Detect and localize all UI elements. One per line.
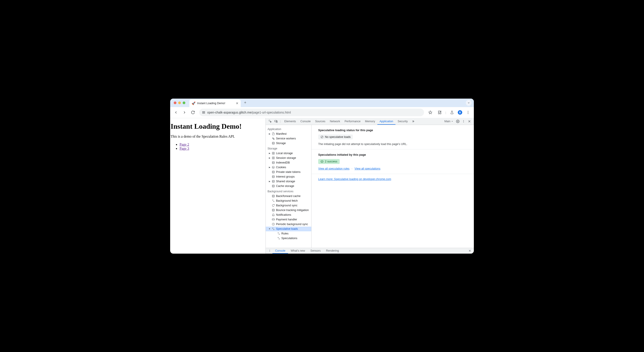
devtools-tab-memory[interactable]: Memory xyxy=(363,118,378,125)
target-selector[interactable]: Main xyxy=(443,120,455,123)
labs-button[interactable] xyxy=(448,109,456,116)
page-link[interactable]: Page 3 xyxy=(180,147,189,150)
drawer-menu-button[interactable] xyxy=(268,249,272,252)
devtools-tab-sources[interactable]: Sources xyxy=(313,118,328,125)
application-content: Speculative loading status for this page… xyxy=(312,125,474,248)
sidebar-item-label: Service workers xyxy=(276,137,296,140)
tab-search-button[interactable] xyxy=(466,100,472,106)
forward-button[interactable] xyxy=(181,109,188,116)
sidebar-item-speculations[interactable]: Speculations xyxy=(266,236,311,241)
minimize-window-button[interactable] xyxy=(178,101,181,104)
gear-icon xyxy=(272,137,275,140)
devtools-tab-application[interactable]: Application xyxy=(378,118,396,125)
status-badge: No speculative loads xyxy=(318,134,353,139)
sidebar-item-interest-groups[interactable]: Interest groups xyxy=(266,174,311,179)
device-toggle-icon[interactable] xyxy=(273,119,279,124)
address-bar[interactable]: open-chalk-asparagus.glitch.me/page1-url… xyxy=(199,109,424,116)
close-window-button[interactable] xyxy=(174,101,176,104)
site-info-icon[interactable] xyxy=(202,111,206,114)
sidebar-item-manifest[interactable]: ▶Manifest xyxy=(266,132,311,136)
profile-avatar[interactable]: B xyxy=(458,110,462,115)
devtools-tab-performance[interactable]: Performance xyxy=(342,118,363,125)
back-button[interactable] xyxy=(172,109,180,116)
sidebar-item-label: Back/forward cache xyxy=(276,195,300,198)
sidebar-item-session-storage[interactable]: ▶Session storage xyxy=(266,156,311,160)
sidebar-item-label: Local storage xyxy=(276,152,293,155)
svg-marker-11 xyxy=(452,121,453,122)
devtools-tabbar: | ElementsConsoleSourcesNetworkPerforman… xyxy=(266,118,474,125)
success-badge: 2 success xyxy=(318,159,340,164)
more-tabs-button[interactable] xyxy=(410,119,416,124)
rendered-page: Instant Loading Demo! This is a demo of … xyxy=(170,118,266,254)
sidebar-item-back-forward-cache[interactable]: Back/forward cache xyxy=(266,194,311,199)
svg-point-5 xyxy=(468,111,468,111)
page-heading: Instant Loading Demo! xyxy=(170,122,266,130)
svg-point-19 xyxy=(273,138,274,139)
svg-point-14 xyxy=(463,121,464,122)
maximize-window-button[interactable] xyxy=(183,101,185,104)
devtools: | ElementsConsoleSourcesNetworkPerforman… xyxy=(266,118,474,254)
sidebar-item-label: Session storage xyxy=(276,156,296,159)
drawer-tab-console[interactable]: Console xyxy=(272,248,288,254)
devtools-tab-security[interactable]: Security xyxy=(396,118,410,125)
svg-point-28 xyxy=(272,166,275,169)
sidebar-item-label: Background sync xyxy=(276,204,298,207)
file-icon xyxy=(272,132,275,136)
extensions-button[interactable] xyxy=(436,109,443,116)
browser-tab[interactable]: 🚀 Instant Loading Demo! ✕ xyxy=(189,99,241,107)
check-circle-icon xyxy=(320,160,324,163)
sidebar-item-shared-storage[interactable]: ▶Shared storage xyxy=(266,179,311,184)
db-icon xyxy=(272,170,275,174)
svg-rect-38 xyxy=(272,219,275,220)
sidebar-item-background-sync[interactable]: Background sync xyxy=(266,203,311,208)
sidebar-item-notifications[interactable]: Notifications xyxy=(266,213,311,217)
new-tab-button[interactable]: + xyxy=(242,100,248,106)
view-speculations-link[interactable]: View all speculations xyxy=(354,167,380,170)
url-text: open-chalk-asparagus.glitch.me/page1-url… xyxy=(207,111,291,114)
close-drawer-button[interactable] xyxy=(468,249,472,252)
sidebar-item-bounce-tracking-mitigation[interactable]: Bounce tracking mitigation xyxy=(266,208,311,213)
svg-point-35 xyxy=(272,185,274,186)
sidebar-item-periodic-background-sync[interactable]: Periodic background sync xyxy=(266,222,311,227)
inspect-icon[interactable] xyxy=(268,119,273,124)
reload-button[interactable] xyxy=(189,109,196,116)
sidebar-item-indexeddb[interactable]: IndexedDB xyxy=(266,160,311,165)
sidebar-item-cookies[interactable]: ▶Cookies xyxy=(266,165,311,170)
sidebar-item-background-fetch[interactable]: Background fetch xyxy=(266,199,311,203)
sidebar-item-storage[interactable]: Storage xyxy=(266,141,311,146)
devtools-tab-console[interactable]: Console xyxy=(298,118,313,125)
sidebar-item-service-workers[interactable]: Service workers xyxy=(266,136,311,141)
status-title: Speculative loading status for this page xyxy=(318,128,467,132)
browser-menu-button[interactable] xyxy=(464,109,472,116)
svg-rect-0 xyxy=(202,111,205,112)
sidebar-item-speculative-loads[interactable]: ▼Speculative loads xyxy=(266,227,311,231)
content-links: View all speculation rules · View all sp… xyxy=(318,167,467,170)
bookmark-button[interactable] xyxy=(427,109,434,116)
view-rules-link[interactable]: View all speculation rules xyxy=(318,167,350,170)
devtools-menu-button[interactable] xyxy=(461,119,466,124)
page-link[interactable]: Page 2 xyxy=(180,143,189,146)
sidebar-item-cache-storage[interactable]: Cache storage xyxy=(266,184,311,189)
svg-point-7 xyxy=(468,113,468,114)
close-devtools-button[interactable] xyxy=(467,119,472,124)
svg-point-37 xyxy=(272,209,274,210)
devtools-tab-network[interactable]: Network xyxy=(328,118,342,125)
drawer-tab-sensors[interactable]: Sensors xyxy=(308,248,323,254)
main-content: Instant Loading Demo! This is a demo of … xyxy=(170,118,474,254)
drawer-tab-rendering[interactable]: Rendering xyxy=(323,248,342,254)
db-icon xyxy=(272,161,275,164)
sidebar-item-local-storage[interactable]: ▶Local storage xyxy=(266,151,311,156)
svg-point-34 xyxy=(272,180,274,181)
svg-point-46 xyxy=(270,251,270,252)
sidebar-item-private-state-tokens[interactable]: Private state tokens xyxy=(266,170,311,174)
close-tab-button[interactable]: ✕ xyxy=(236,101,238,105)
sidebar-item-rules[interactable]: Rules xyxy=(266,231,311,236)
settings-icon[interactable] xyxy=(455,119,460,124)
devtools-tab-elements[interactable]: Elements xyxy=(282,118,298,125)
page-intro: This is a demo of the Speculation Rules … xyxy=(170,134,266,138)
learn-more-link[interactable]: Learn more: Speculative loading on devel… xyxy=(318,178,391,181)
svg-point-20 xyxy=(272,142,274,143)
sidebar-item-label: Payment handler xyxy=(276,218,297,221)
drawer-tab-what-s-new[interactable]: What's new xyxy=(288,248,308,254)
sidebar-item-payment-handler[interactable]: Payment handler xyxy=(266,217,311,222)
